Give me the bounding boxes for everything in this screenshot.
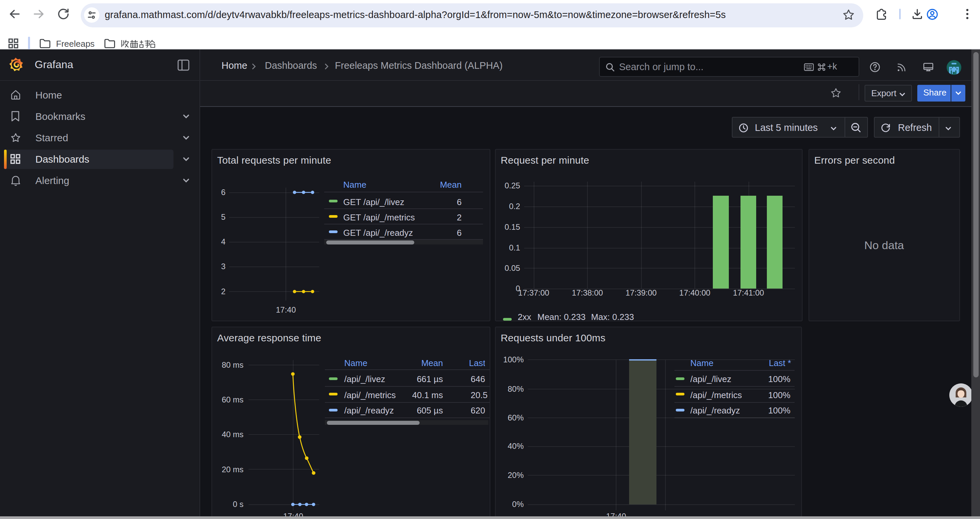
svg-text:4: 4 bbox=[221, 237, 225, 246]
svg-text:0.25: 0.25 bbox=[504, 181, 520, 190]
svg-text:0.05: 0.05 bbox=[504, 263, 520, 273]
svg-text:5: 5 bbox=[221, 212, 225, 222]
svg-text:3: 3 bbox=[221, 262, 225, 271]
svg-text:0.1: 0.1 bbox=[509, 243, 520, 252]
svg-text:20%: 20% bbox=[508, 471, 523, 480]
svg-text:40 ms: 40 ms bbox=[221, 430, 243, 439]
svg-text:0.15: 0.15 bbox=[504, 222, 520, 232]
svg-text:6: 6 bbox=[221, 188, 225, 197]
svg-text:17:40: 17:40 bbox=[275, 305, 296, 314]
svg-text:20 ms: 20 ms bbox=[221, 465, 243, 474]
svg-text:2: 2 bbox=[221, 287, 225, 296]
svg-text:0.2: 0.2 bbox=[509, 202, 520, 211]
svg-text:17:39:00: 17:39:00 bbox=[625, 288, 656, 297]
svg-text:80 ms: 80 ms bbox=[221, 360, 243, 369]
svg-text:100%: 100% bbox=[503, 355, 523, 364]
svg-text:40%: 40% bbox=[508, 442, 523, 450]
svg-text:0%: 0% bbox=[512, 500, 523, 509]
svg-text:17:40:00: 17:40:00 bbox=[679, 288, 710, 297]
svg-text:0 s: 0 s bbox=[232, 500, 243, 509]
svg-text:80%: 80% bbox=[508, 385, 523, 393]
svg-text:17:38:00: 17:38:00 bbox=[571, 288, 602, 297]
svg-text:17:37:00: 17:37:00 bbox=[518, 288, 549, 297]
svg-text:17:41:00: 17:41:00 bbox=[732, 288, 764, 297]
svg-text:60 ms: 60 ms bbox=[221, 395, 243, 404]
svg-text:60%: 60% bbox=[508, 413, 523, 422]
